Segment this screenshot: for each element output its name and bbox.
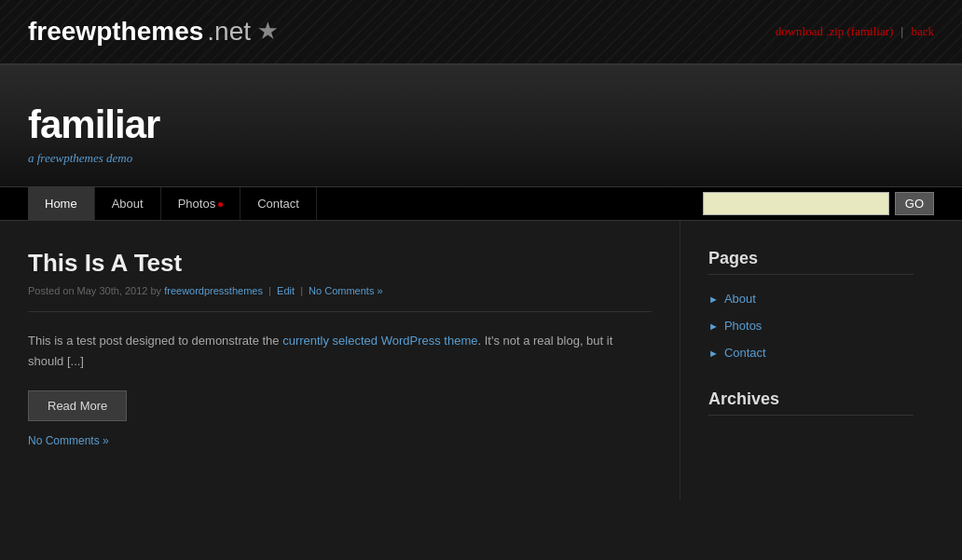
sidebar-arrow-contact: ► (708, 348, 719, 359)
sidebar-arrow-about: ► (708, 294, 719, 305)
nav-item-contact[interactable]: Contact (240, 187, 317, 220)
sidebar-archives-title: Archives (708, 389, 914, 416)
sidebar-link-photos[interactable]: ►Photos (708, 317, 914, 335)
content-area: This Is A Test Posted on May 30th, 2012 … (28, 221, 680, 500)
no-comments-link[interactable]: No Comments » (28, 434, 652, 447)
sidebar-link-contact[interactable]: ►Contact (708, 344, 914, 362)
site-tagline: a freewpthemes demo (28, 151, 934, 166)
post-meta-posted: Posted on May 30th, 2012 by (28, 285, 161, 296)
back-link[interactable]: back (911, 24, 934, 38)
sidebar-link-about[interactable]: ►About (708, 290, 914, 307)
site-title: familiar (28, 102, 934, 147)
download-link[interactable]: download .zip (familiar) (776, 24, 894, 38)
main-content: This Is A Test Posted on May 30th, 2012 … (0, 221, 962, 500)
nav-item-home[interactable]: Home (28, 187, 95, 220)
logo-text-suffix: .net (207, 17, 251, 47)
nav-item-photos[interactable]: Photos (161, 187, 240, 220)
search-button[interactable]: GO (895, 192, 934, 215)
search-input[interactable] (703, 192, 889, 215)
header-separator: | (901, 24, 904, 38)
post-meta: Posted on May 30th, 2012 by freewordpres… (28, 285, 652, 296)
logo-text-main: freewpthemes (28, 17, 203, 47)
read-more-button[interactable]: Read More (28, 390, 127, 421)
sidebar-arrow-photos: ► (708, 321, 719, 332)
post-title: This Is A Test (28, 249, 652, 278)
site-logo: freewpthemes.net ★ (28, 17, 277, 47)
sidebar-pages-section: Pages ►About ►Photos ►Contact (708, 249, 914, 362)
header-links: download .zip (familiar) | back (776, 24, 934, 39)
sidebar-pages-title: Pages (708, 249, 914, 275)
hero-section: familiar a freewpthemes demo (0, 65, 962, 186)
nav-item-about[interactable]: About (95, 187, 161, 220)
sidebar: Pages ►About ►Photos ►Contact Archives (680, 221, 914, 500)
nav-dot-photos (218, 202, 223, 207)
post-meta-comments[interactable]: No Comments » (309, 285, 382, 296)
sidebar-archives-section: Archives (708, 389, 914, 416)
post-content: This is a test post designed to demonstr… (28, 331, 652, 372)
post-meta-edit[interactable]: Edit (277, 285, 295, 296)
post-meta-author[interactable]: freewordpressthemes (164, 285, 263, 296)
nav-search: GO (703, 192, 934, 215)
main-nav: Home About Photos Contact GO (0, 186, 962, 221)
post-content-link[interactable]: currently selected WordPress theme (282, 334, 477, 348)
site-header: freewpthemes.net ★ download .zip (famili… (0, 0, 962, 65)
post-divider (28, 311, 652, 312)
logo-star-icon: ★ (258, 20, 277, 44)
